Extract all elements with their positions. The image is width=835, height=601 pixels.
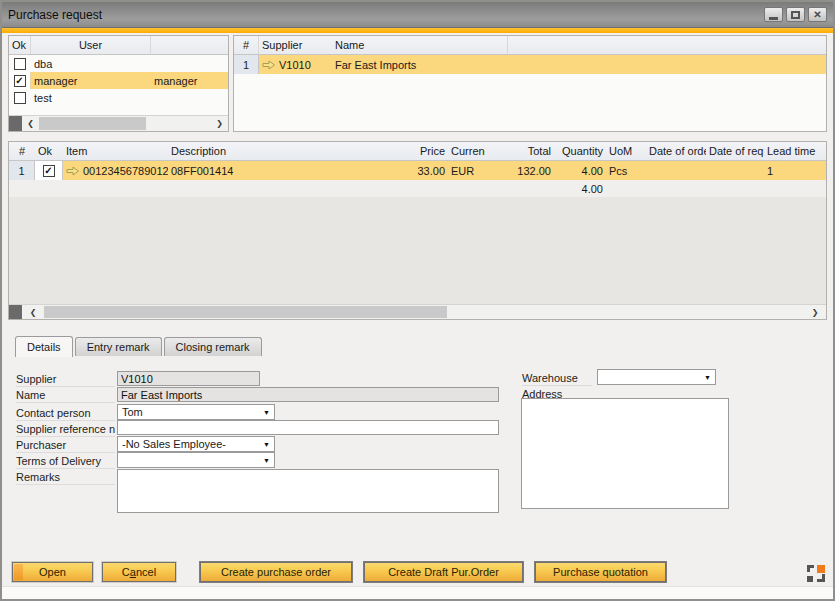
- supplier-code-cell: V1010: [259, 55, 332, 74]
- user-ok-cell: [9, 72, 31, 89]
- item-price-cell: 33.00: [376, 161, 448, 180]
- user-header-user: User: [31, 36, 151, 54]
- grip-orange-square: [817, 565, 825, 573]
- item-header-item: Item: [63, 142, 168, 160]
- checkbox-dba[interactable]: [14, 58, 26, 70]
- minimize-button[interactable]: [764, 7, 783, 22]
- supplier-header-supplier: Supplier: [259, 36, 332, 54]
- item-table-hscrollbar: ❮ ❯: [9, 304, 826, 319]
- supplier-label: Supplier: [16, 373, 115, 387]
- supplier-header-filler: [507, 36, 826, 54]
- resize-grip-icon[interactable]: [807, 565, 825, 583]
- create-draft-pur-order-button[interactable]: Create Draft Pur.Order: [364, 562, 523, 582]
- user-scroll-corner-handle[interactable]: [9, 116, 22, 131]
- user-panel: Ok User dba manager manager test: [8, 35, 229, 132]
- sum-empty: [168, 180, 376, 197]
- user-name-cell: manager: [31, 72, 151, 89]
- item-rownum-cell: 1: [9, 161, 35, 180]
- close-icon: ✕: [813, 9, 821, 20]
- item-header-date-of-required: Date of required: [706, 142, 764, 160]
- titlebar[interactable]: Purchase request ✕: [2, 2, 833, 28]
- user-note-cell: [151, 89, 228, 106]
- user-name-cell: test: [31, 89, 151, 106]
- item-sum-row: 4.00: [9, 180, 826, 197]
- chevron-down-icon: ▼: [704, 374, 711, 381]
- item-quantity-cell: 4.00: [554, 161, 606, 180]
- scroll-left-button[interactable]: ❮: [22, 116, 39, 131]
- item-ok-cell: [35, 161, 63, 180]
- chevron-right-icon: ❯: [812, 308, 819, 317]
- item-scroll-thumb[interactable]: [44, 306, 447, 318]
- user-row-dba[interactable]: dba: [9, 55, 228, 72]
- chevron-down-icon: ▼: [263, 441, 270, 448]
- item-total-cell: 132.00: [485, 161, 554, 180]
- item-table-empty-area: [9, 197, 826, 304]
- item-header-quantity: Quantity: [554, 142, 606, 160]
- open-button[interactable]: Open: [12, 562, 93, 582]
- scroll-left-button[interactable]: ❮: [22, 305, 44, 319]
- cancel-button[interactable]: Cancel: [102, 562, 176, 582]
- purchase-quotation-button[interactable]: Purchase quotation: [535, 562, 666, 582]
- item-header-num: #: [9, 142, 35, 160]
- minimize-icon: [769, 17, 778, 20]
- chevron-left-icon: ❮: [30, 308, 37, 317]
- user-scroll-thumb[interactable]: [39, 117, 146, 130]
- address-textarea[interactable]: [521, 398, 729, 509]
- sum-empty: [376, 180, 448, 197]
- scroll-right-button[interactable]: ❯: [804, 305, 826, 319]
- supplier-name-cell: Far East Imports: [332, 55, 507, 74]
- link-arrow-icon[interactable]: [262, 60, 275, 70]
- maximize-icon: [791, 11, 800, 19]
- link-arrow-icon[interactable]: [66, 166, 79, 176]
- supplier-row[interactable]: 1 V1010 Far East Imports: [234, 55, 826, 74]
- tab-entry-remark[interactable]: Entry remark: [75, 337, 162, 356]
- supplier-rownum-cell: 1: [234, 55, 259, 74]
- contact-person-dropdown[interactable]: Tom ▼: [117, 404, 275, 420]
- quantity-total: 4.00: [554, 180, 606, 197]
- close-button[interactable]: ✕: [808, 7, 827, 22]
- user-row-test[interactable]: test: [9, 89, 228, 106]
- grip-square: [807, 576, 813, 582]
- terms-of-delivery-label: Terms of Delivery: [16, 455, 115, 469]
- item-scroll-corner-handle[interactable]: [9, 305, 22, 319]
- scroll-right-button[interactable]: ❯: [211, 116, 228, 131]
- item-scroll-track[interactable]: [44, 305, 804, 319]
- create-purchase-order-button[interactable]: Create purchase order: [200, 562, 352, 582]
- user-row-manager[interactable]: manager manager: [9, 72, 228, 89]
- purchase-request-window: Purchase request ✕ Ok User dba manager m: [0, 0, 835, 601]
- remarks-textarea[interactable]: [117, 469, 499, 513]
- item-table-panel: # Ok Item Description Price Currency Tot…: [8, 141, 827, 320]
- user-note-cell: [151, 55, 228, 72]
- tab-closing-remark[interactable]: Closing remark: [164, 337, 262, 356]
- chevron-right-icon: ❯: [216, 119, 223, 128]
- title-accent-bar: [2, 28, 833, 33]
- cancel-button-label: Cancel: [122, 566, 156, 578]
- grip-corner: [807, 565, 814, 572]
- item-table-header: # Ok Item Description Price Currency Tot…: [9, 142, 826, 161]
- checkbox-test[interactable]: [14, 92, 26, 104]
- chevron-down-icon: ▼: [263, 457, 270, 464]
- sum-empty: [63, 180, 168, 197]
- supplier-header-name: Name: [332, 36, 507, 54]
- terms-of-delivery-dropdown[interactable]: ▼: [117, 452, 275, 468]
- item-checkbox[interactable]: [43, 165, 55, 177]
- remarks-label: Remarks: [16, 471, 115, 485]
- user-panel-filler: [9, 106, 228, 115]
- tab-details[interactable]: Details: [15, 336, 73, 357]
- checkbox-manager[interactable]: [14, 75, 26, 87]
- name-field[interactable]: [117, 387, 499, 402]
- warehouse-dropdown[interactable]: ▼: [597, 369, 716, 385]
- item-description-cell: 08FF001414: [168, 161, 376, 180]
- item-header-filler: [821, 142, 827, 160]
- purchaser-dropdown[interactable]: -No Sales Employee- ▼: [117, 436, 275, 452]
- item-row[interactable]: 1 001234567890123456 08FF001414 33.00 EU…: [9, 161, 826, 180]
- user-header-note: [151, 36, 228, 54]
- detail-tabs: Details Entry remark Closing remark: [15, 335, 264, 356]
- user-scroll-track[interactable]: [39, 116, 211, 131]
- sum-empty: [606, 180, 826, 197]
- supplier-field[interactable]: [117, 371, 260, 386]
- open-button-label: Open: [39, 566, 66, 578]
- purchaser-label: Purchaser: [16, 439, 115, 453]
- maximize-button[interactable]: [786, 7, 805, 22]
- supplier-reference-field[interactable]: [117, 420, 499, 435]
